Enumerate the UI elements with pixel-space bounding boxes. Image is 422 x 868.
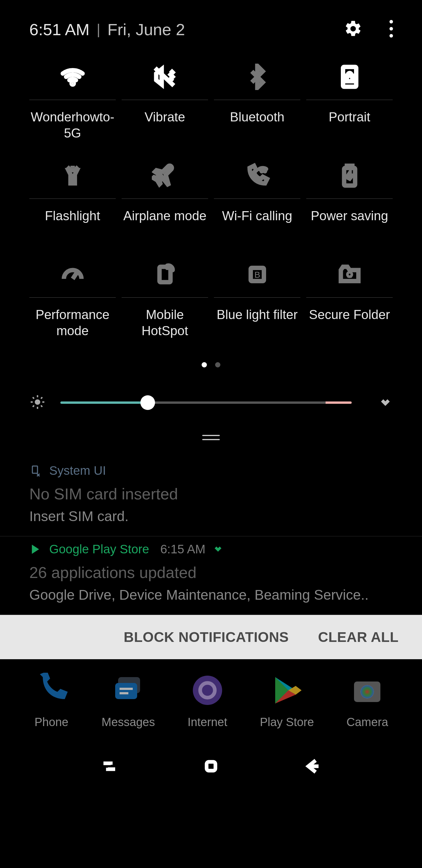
svg-point-33: [193, 676, 222, 705]
pager-dots: [0, 350, 422, 367]
qs-label: Vibrate: [144, 109, 185, 141]
qs-label: Blue light filter: [217, 306, 297, 339]
qs-tile-power-saving[interactable]: Power saving: [306, 159, 393, 240]
dock-camera[interactable]: Camera: [347, 673, 388, 729]
svg-line-8: [76, 167, 78, 169]
notification-title: No SIM card inserted: [29, 485, 393, 503]
qs-label: Mobile HotSpot: [122, 306, 208, 339]
brightness-expand[interactable]: [378, 395, 393, 410]
qs-label: Bluetooth: [230, 109, 285, 141]
qs-tile-vibrate[interactable]: Vibrate: [122, 60, 208, 141]
notification-system-ui[interactable]: System UI No SIM card inserted Insert SI…: [0, 458, 422, 536]
svg-rect-30: [115, 683, 137, 699]
auto-brightness-button[interactable]: [29, 394, 46, 411]
qs-tile-performance[interactable]: Performance mode: [29, 257, 116, 339]
svg-rect-5: [347, 76, 352, 81]
home-icon: [202, 771, 220, 776]
dock-internet[interactable]: Internet: [188, 673, 227, 729]
svg-line-11: [73, 272, 77, 279]
power-saving-icon: [336, 162, 363, 190]
back-icon: [304, 771, 322, 776]
svg-point-15: [348, 273, 351, 276]
qs-label: Wonderhowto-5G: [29, 109, 116, 141]
qs-tile-bluetooth[interactable]: Bluetooth: [214, 60, 300, 141]
flashlight-icon: [60, 162, 86, 190]
svg-rect-38: [206, 762, 216, 771]
portrait-lock-icon: [336, 64, 363, 91]
dock-label: Play Store: [260, 715, 314, 729]
wifi-calling-icon: [244, 162, 270, 190]
svg-line-24: [33, 406, 34, 407]
notification-body: Google Drive, Device Maintenance, Beamin…: [29, 587, 393, 603]
time-date-divider: |: [96, 21, 100, 38]
panel-handle[interactable]: [0, 420, 422, 458]
block-notifications-button[interactable]: BLOCK NOTIFICATIONS: [124, 629, 289, 645]
dock-play-store[interactable]: Play Store: [260, 673, 314, 729]
clock-date: Fri, June 2: [107, 20, 185, 39]
quick-settings-grid: Wonderhowto-5G Vibrate Bluetooth Portrai…: [0, 44, 422, 350]
pager-dot: [215, 362, 220, 367]
nav-recents[interactable]: [100, 757, 118, 776]
brightness-row: [0, 367, 422, 420]
qs-tile-secure-folder[interactable]: Secure Folder: [306, 257, 393, 339]
svg-point-37: [361, 685, 374, 699]
qs-label: Flashlight: [45, 208, 100, 240]
pager-dot-active: [202, 362, 207, 367]
dock-messages[interactable]: Messages: [102, 673, 155, 729]
clock-time: 6:51 AM: [29, 20, 89, 39]
dock-phone[interactable]: Phone: [34, 673, 69, 729]
gear-icon: [344, 19, 362, 39]
more-button[interactable]: [378, 16, 404, 42]
notification-app-name: Google Play Store: [49, 542, 149, 556]
dock-label: Camera: [347, 715, 388, 729]
qs-label: Secure Folder: [309, 306, 390, 339]
svg-point-3: [71, 83, 74, 85]
svg-point-17: [35, 399, 40, 405]
clear-all-button[interactable]: CLEAR ALL: [318, 629, 398, 645]
notification-time: 6:15 AM: [160, 542, 205, 556]
svg-line-23: [41, 406, 42, 407]
qs-tile-flashlight[interactable]: Flashlight: [29, 159, 116, 240]
brightness-icon: [29, 406, 46, 411]
internet-icon: [190, 673, 225, 709]
brightness-slider[interactable]: [60, 401, 352, 404]
notification-expand[interactable]: [213, 544, 223, 555]
header: 6:51 AM | Fri, June 2: [0, 0, 422, 44]
dock-label: Messages: [102, 715, 155, 729]
navigation-bar: [0, 740, 422, 793]
qs-label: Wi-Fi calling: [222, 208, 292, 240]
bluetooth-icon: [244, 64, 270, 91]
svg-rect-26: [33, 466, 38, 473]
notification-play-store[interactable]: Google Play Store 6:15 AM 26 application…: [0, 536, 422, 615]
nav-home[interactable]: [202, 757, 220, 776]
vibrate-icon: [152, 64, 178, 91]
messages-icon: [111, 673, 146, 709]
recents-icon: [100, 771, 118, 776]
notification-title: 26 applications updated: [29, 563, 393, 582]
qs-label: Airplane mode: [123, 208, 206, 240]
svg-line-25: [41, 397, 42, 399]
slider-thumb[interactable]: [140, 395, 155, 410]
qs-tile-wifi[interactable]: Wonderhowto-5G: [29, 60, 116, 141]
settings-button[interactable]: [340, 16, 366, 42]
qs-tile-bluelight[interactable]: B Blue light filter: [214, 257, 300, 339]
qs-tile-hotspot[interactable]: Mobile HotSpot: [122, 257, 208, 339]
play-store-icon: [269, 673, 304, 709]
qs-tile-portrait[interactable]: Portrait: [306, 60, 393, 141]
svg-line-22: [33, 397, 34, 399]
dock-label: Phone: [35, 715, 69, 729]
svg-point-0: [389, 20, 393, 24]
nav-back[interactable]: [304, 757, 322, 776]
wifi-icon: [60, 64, 86, 91]
qs-tile-airplane[interactable]: Airplane mode: [122, 159, 208, 240]
svg-point-2: [389, 34, 393, 37]
qs-label: Power saving: [311, 208, 388, 240]
chevron-down-icon: [379, 396, 392, 410]
notification-actions: BLOCK NOTIFICATIONS CLEAR ALL: [0, 615, 422, 659]
svg-point-1: [389, 27, 393, 31]
secure-folder-icon: [336, 261, 363, 289]
performance-icon: [60, 261, 86, 289]
hotspot-icon: [152, 261, 178, 289]
play-store-icon: [29, 543, 42, 555]
qs-tile-wifi-calling[interactable]: Wi-Fi calling: [214, 159, 300, 240]
